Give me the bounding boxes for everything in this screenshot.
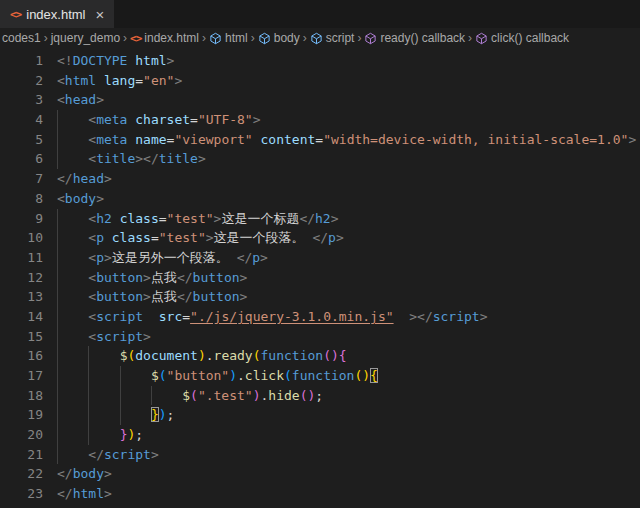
code-line: 14 <script src="./js/jquery-3.1.0.min.js…: [0, 307, 640, 327]
line-number: 13: [0, 287, 43, 307]
line-number: 10: [0, 228, 43, 248]
indent-guide: [88, 425, 89, 445]
code-line: 23</html>: [0, 484, 640, 504]
indent-guide: [88, 405, 89, 425]
indent-guide: [120, 405, 121, 425]
line-number: 20: [0, 425, 43, 445]
code-line-content[interactable]: </body>: [57, 464, 640, 484]
breadcrumb-item-jquery-demo[interactable]: jquery_demo: [51, 31, 120, 45]
breadcrumb-item-click-callback[interactable]: click() callback: [475, 31, 569, 45]
code-line: 15 <script>: [0, 327, 640, 347]
indent-guide: [57, 327, 58, 347]
code-line-content[interactable]: <p class="test">这是一个段落。 </p>: [57, 228, 640, 248]
breadcrumb-separator-icon: ›: [44, 31, 48, 45]
line-number: 22: [0, 464, 43, 484]
indent-guide: [57, 287, 58, 307]
code-line-content[interactable]: <body>: [57, 189, 640, 209]
code-line: 5 <meta name="viewport" content="width=d…: [0, 130, 640, 150]
indent-guide: [57, 405, 58, 425]
breadcrumb-label: jquery_demo: [51, 31, 120, 45]
code-line-content[interactable]: $("button").click(function(){: [57, 366, 640, 386]
code-line-content[interactable]: });: [57, 405, 640, 425]
html-file-icon: <>: [10, 8, 21, 21]
breadcrumb-separator-icon: ›: [357, 31, 361, 45]
line-number: 19: [0, 405, 43, 425]
code-line-content[interactable]: $(document).ready(function(){: [57, 346, 640, 366]
code-line-content[interactable]: <script src="./js/jquery-3.1.0.min.js" >…: [57, 307, 640, 327]
symbol-cube-blue-icon: [209, 32, 222, 45]
html-file-icon: <>: [130, 32, 141, 45]
breadcrumb-label: index.html: [144, 31, 199, 45]
code-line: 20 });: [0, 425, 640, 445]
code-line-content[interactable]: <button>点我</button>: [57, 287, 640, 307]
code-line: 8<body>: [0, 189, 640, 209]
symbol-cube-purple-icon: [475, 32, 488, 45]
code-line-content[interactable]: <!DOCTYPE html>: [57, 51, 640, 71]
line-number: 11: [0, 248, 43, 268]
breadcrumb-item-script[interactable]: script: [310, 31, 355, 45]
code-line-content[interactable]: <p>这是另外一个段落。 </p>: [57, 248, 640, 268]
indent-guide: [57, 268, 58, 288]
code-line-content[interactable]: $(".test").hide();: [57, 386, 640, 406]
line-number: 2: [0, 71, 43, 91]
breadcrumb-label: html: [225, 31, 248, 45]
code-line-content[interactable]: </html>: [57, 484, 640, 504]
indent-guide: [88, 386, 89, 406]
breadcrumb-label: click() callback: [491, 31, 569, 45]
line-number: 9: [0, 209, 43, 229]
line-number: 4: [0, 110, 43, 130]
breadcrumb-item-html[interactable]: html: [209, 31, 248, 45]
breadcrumb-item-index-html[interactable]: <>index.html: [130, 31, 199, 45]
indent-guide: [151, 386, 152, 406]
indent-guide: [57, 110, 58, 130]
indent-guide: [88, 366, 89, 386]
code-line: 17 $("button").click(function(){: [0, 366, 640, 386]
code-line: 13 <button>点我</button>: [0, 287, 640, 307]
indent-guide: [120, 386, 121, 406]
code-line: 2<html lang="en">: [0, 71, 640, 91]
code-line-content[interactable]: <title></title>: [57, 149, 640, 169]
code-line-content[interactable]: </script>: [57, 445, 640, 465]
symbol-cube-blue-icon: [258, 32, 271, 45]
code-line-content[interactable]: });: [57, 425, 640, 445]
breadcrumb-label: ready() callback: [380, 31, 465, 45]
code-line: 4 <meta charset="UTF-8">: [0, 110, 640, 130]
indent-guide: [57, 307, 58, 327]
code-line: 19 });: [0, 405, 640, 425]
line-number: 17: [0, 366, 43, 386]
code-line-content[interactable]: <html lang="en">: [57, 71, 640, 91]
code-line: 7</head>: [0, 169, 640, 189]
indent-guide: [57, 130, 58, 150]
code-line-content[interactable]: </head>: [57, 169, 640, 189]
indent-guide: [88, 346, 89, 366]
code-line-content[interactable]: <button>点我</button>: [57, 268, 640, 288]
line-number: 16: [0, 346, 43, 366]
breadcrumb-item-codes1[interactable]: codes1: [2, 31, 41, 45]
breadcrumb-item-ready-callback[interactable]: ready() callback: [364, 31, 465, 45]
code-line-content[interactable]: <h2 class="test">这是一个标题</h2>: [57, 209, 640, 229]
indent-guide: [57, 209, 58, 229]
indent-guide: [57, 366, 58, 386]
code-line: 9 <h2 class="test">这是一个标题</h2>: [0, 209, 640, 229]
close-icon[interactable]: ×: [96, 7, 105, 22]
line-number: 8: [0, 189, 43, 209]
code-line-content[interactable]: <script>: [57, 327, 640, 347]
breadcrumb-label: script: [326, 31, 355, 45]
breadcrumb-label: body: [274, 31, 300, 45]
breadcrumb-separator-icon: ›: [251, 31, 255, 45]
code-editor[interactable]: 1<!DOCTYPE html>2<html lang="en">3<head>…: [0, 48, 640, 504]
code-line-content[interactable]: <meta name="viewport" content="width=dev…: [57, 130, 640, 150]
breadcrumb-item-body[interactable]: body: [258, 31, 300, 45]
line-number: 23: [0, 484, 43, 504]
indent-guide: [57, 425, 58, 445]
code-line-content[interactable]: <meta charset="UTF-8">: [57, 110, 640, 130]
code-line-content[interactable]: <head>: [57, 90, 640, 110]
line-number: 6: [0, 149, 43, 169]
indent-guide: [120, 366, 121, 386]
breadcrumb-separator-icon: ›: [123, 31, 127, 45]
line-number: 1: [0, 51, 43, 71]
tab-index-html[interactable]: <> index.html ×: [0, 0, 114, 28]
code-line: 21 </script>: [0, 445, 640, 465]
code-line: 12 <button>点我</button>: [0, 268, 640, 288]
tab-bar: <> index.html ×: [0, 0, 640, 28]
